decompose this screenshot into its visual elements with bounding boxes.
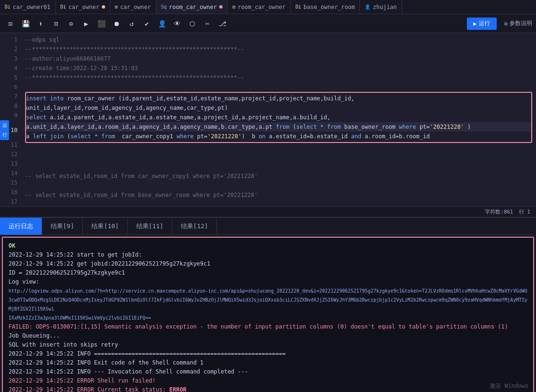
code-line-4: --create time:2022-12-28 15:31:03 [25, 63, 532, 73]
tab-label-3: room_car_owner [169, 4, 217, 10]
log-error-3: 2022-12-29 14:25:22 ERROR Current task s… [9, 385, 527, 392]
toolbar-scissors[interactable]: ✂ [201, 17, 214, 30]
run-indicator: 运行 [0, 120, 9, 140]
code-line-12 [25, 143, 532, 152]
toolbar-import[interactable]: ⬡ [186, 17, 199, 30]
editor-content: 1 2 3 4 5 6 7 8 9 运行 10 11 12 13 14 15 1… [0, 33, 536, 206]
tab-result-11[interactable]: 结果[11] [128, 218, 172, 235]
log-error-1: FAILED: ODPS-0130071:[1,15] Semantic ana… [9, 322, 527, 331]
tab-icon-5: Di [295, 4, 301, 9]
tab-label-5: base_owner_room [304, 4, 355, 10]
tab-dot-1 [102, 5, 105, 9]
code-line-3: --author:aliyun6686616677 [25, 54, 532, 63]
tab-icon-3: Sq [161, 4, 167, 9]
line-numbers: 1 2 3 4 5 6 7 8 9 运行 10 11 12 13 14 15 1… [0, 33, 21, 206]
tab-result-10[interactable]: 结果[10] [83, 218, 127, 235]
bottom-panel: 运行日志 结果[9] 结果[10] 结果[11] 结果[12] OK 2022-… [0, 218, 536, 392]
log-line-9: 2022-12-29 14:25:22 INFO --- Invocation … [9, 367, 527, 376]
toolbar-new[interactable]: ⊡ [4, 17, 17, 30]
editor-status-bar: 字符数: 861 行 1 [0, 206, 536, 217]
code-line-5: --**************************************… [25, 73, 532, 82]
highlight-block: insert into room_car_owner (id,parent_id… [25, 92, 532, 143]
tab-label-4: room_car_owner [238, 4, 286, 10]
toolbar-refresh[interactable]: ↺ [125, 17, 138, 30]
log-line-4: Log view: [9, 277, 527, 286]
editor-area: 1 2 3 4 5 6 7 8 9 运行 10 11 12 13 14 15 1… [0, 33, 536, 218]
params-icon: ⚙ [504, 20, 508, 27]
code-line-7: insert into room_car_owner (id,parent_id… [26, 94, 531, 103]
tab-label-1: car_owner [69, 4, 99, 10]
tab-room-car-owner[interactable]: Sq room_car_owner [156, 0, 228, 14]
toolbar-person[interactable]: 👤 [155, 17, 169, 30]
char-count-label: 字符数: [485, 208, 504, 215]
toolbar-stop[interactable]: ⬛ [95, 17, 108, 30]
activate-label: 激活 Windows [490, 383, 528, 389]
tab-zhujian[interactable]: 👤 zhujian [360, 0, 402, 14]
toolbar-save[interactable]: 💾 [19, 17, 32, 30]
toolbar-play[interactable]: ▶ [80, 17, 93, 30]
log-line-ok: OK [9, 241, 527, 250]
tab-dot-3 [219, 5, 223, 9]
params-label: 参数说明 [509, 19, 532, 27]
log-line-3: ID = 20221229062521795g27kzgkye9c1 [9, 268, 527, 277]
log-line-2: 2022-12-29 14:25:22 get jobid:2022122906… [9, 259, 527, 268]
toolbar-upload[interactable]: ⬆ [34, 17, 47, 30]
toolbar-eye[interactable]: 👁 [170, 17, 184, 30]
toolbar-branch[interactable]: ⎇ [216, 17, 229, 30]
log-area: OK 2022-12-29 14:25:22 start to get jobI… [2, 237, 534, 392]
tab-icon-4: ⊞ [232, 4, 235, 9]
log-line-8: 2022-12-29 14:25:22 INFO Exit code of th… [9, 358, 527, 367]
toolbar-history[interactable]: ⊙ [64, 17, 78, 30]
tab-icon-1: Di [61, 4, 66, 9]
code-line-10: a.unit_id,a.layer_id,a.room_id,a.agency_… [26, 122, 531, 132]
tab-label-2: car_owner [120, 4, 151, 10]
log-url-1: http://logview.odps.aliyun.com/?h=http:/… [9, 286, 527, 313]
tab-car-owner[interactable]: Di car_owner [56, 0, 110, 14]
log-line-7: 2022-12-29 14:25:22 INFO ===============… [9, 349, 527, 358]
log-url-2: IXxMzkIZzI3a3pna3lOWMxI119XSwiVmVyc2lvbi… [9, 313, 527, 322]
tab-label-6: zhujian [373, 4, 397, 10]
log-error-2: 2022-12-29 14:25:22 ERROR Shell run fail… [9, 376, 527, 385]
code-line-6 [25, 82, 532, 92]
toolbar-check[interactable]: ✔ [140, 17, 153, 30]
params-button[interactable]: ⚙ 参数说明 [504, 19, 532, 27]
code-line-11: a left join (select * from car_owner_cop… [26, 132, 531, 141]
code-area[interactable]: --odps sql --***************************… [21, 33, 536, 206]
tab-car-owner-table[interactable]: ⊞ car_owner [110, 0, 156, 14]
run-label: 运行 [479, 19, 490, 27]
tab-icon-2: ⊞ [115, 4, 118, 9]
tab-base-owner-room[interactable]: Di base_owner_room [291, 0, 360, 14]
log-line-6: SQL with insert into skips retry [9, 340, 527, 349]
tab-car-owner01[interactable]: Di car_owner01 [0, 0, 56, 14]
code-line-1: --odps sql [25, 35, 532, 45]
run-button[interactable]: ▶ 运行 [467, 18, 497, 30]
line-label: 行 1 [519, 208, 530, 215]
tab-result-9[interactable]: 结果[9] [42, 218, 83, 235]
tab-run-log[interactable]: 运行日志 [0, 218, 42, 235]
code-line-8: unit_id,layer_id,room_id,agency_id,agenc… [26, 103, 531, 113]
code-line-2: --**************************************… [25, 45, 532, 54]
code-line-13 [25, 152, 532, 162]
code-line-17: -- select estate_id,room_id from base_ow… [25, 190, 532, 200]
toolbar-format[interactable]: ⧈ [49, 17, 63, 30]
tab-room-car-owner2[interactable]: ⊞ room_car_owner [228, 0, 291, 14]
code-line-16 [25, 181, 532, 190]
toolbar: ⊡ 💾 ⬆ ⧈ ⊙ ▶ ⬛ ⏺ ↺ ✔ 👤 👁 ⬡ ✂ ⎇ ▶ 运行 ⚙ 参数说… [0, 14, 536, 33]
activate-bar: 激活 Windows [482, 380, 536, 392]
tab-bar: Di car_owner01 Di car_owner ⊞ car_owner … [0, 0, 536, 14]
log-line-5: Job Queueing... [9, 331, 527, 340]
bottom-tabs: 运行日志 结果[9] 结果[10] 结果[11] 结果[12] [0, 218, 536, 235]
char-count: 861 [504, 209, 513, 215]
log-line-1: 2022-12-29 14:25:22 start to get jobId: [9, 250, 527, 259]
tab-label-0: car_owner01 [13, 4, 50, 10]
code-line-9: select a.id,a.parent_id,a.estate_id,a.es… [26, 113, 531, 122]
toolbar-record[interactable]: ⏺ [110, 17, 123, 30]
code-line-14 [25, 162, 532, 171]
run-icon: ▶ [473, 20, 477, 27]
tab-icon-6: 👤 [365, 4, 370, 9]
tab-icon-0: Di [5, 4, 10, 9]
code-line-15: -- select estate_id,room_id from car_own… [25, 171, 532, 181]
tab-result-12[interactable]: 结果[12] [172, 218, 217, 235]
